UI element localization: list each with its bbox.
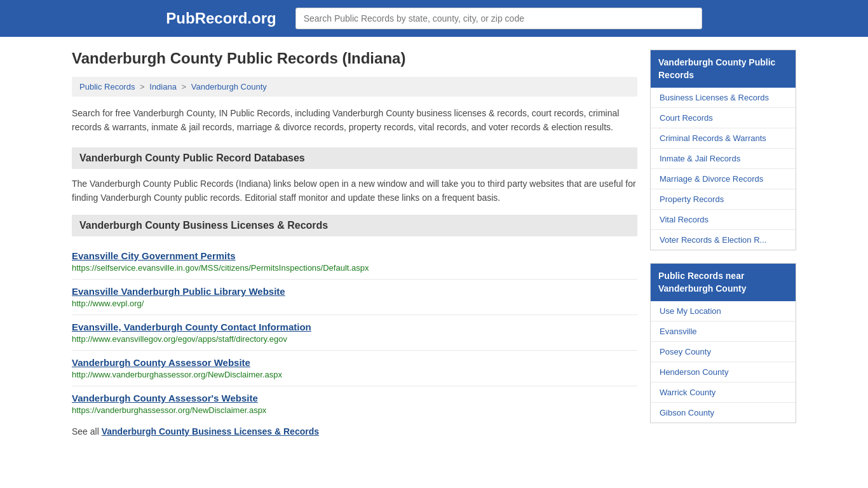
nearby-item-warrick[interactable]: Warrick County bbox=[651, 383, 796, 403]
nearby-box: Public Records near Vanderburgh County U… bbox=[650, 263, 796, 423]
county-records-title: Vanderburgh County Public Records bbox=[651, 50, 796, 88]
databases-section-header: Vanderburgh County Public Record Databas… bbox=[72, 147, 637, 169]
databases-desc: The Vanderburgh County Public Records (I… bbox=[72, 177, 637, 205]
business-section-header: Vanderburgh County Business Licenses & R… bbox=[72, 215, 637, 236]
record-entry-3: Evansville, Vanderburgh County Contact I… bbox=[72, 315, 637, 351]
record-title-4[interactable]: Vanderburgh County Assessor Website bbox=[72, 357, 637, 368]
search-input[interactable] bbox=[295, 8, 702, 29]
breadcrumb: Public Records > Indiana > Vanderburgh C… bbox=[72, 77, 637, 97]
sidebar-item-voter[interactable]: Voter Records & Election R... bbox=[651, 230, 796, 250]
main-content: Vanderburgh County Public Records (India… bbox=[72, 50, 637, 437]
county-records-box: Vanderburgh County Public Records Busine… bbox=[650, 50, 796, 250]
sidebar-item-court[interactable]: Court Records bbox=[651, 108, 796, 128]
page-title: Vanderburgh County Public Records (India… bbox=[72, 50, 637, 67]
breadcrumb-indiana[interactable]: Indiana bbox=[149, 82, 177, 92]
nearby-item-evansville[interactable]: Evansville bbox=[651, 322, 796, 342]
use-location-link[interactable]: Use My Location bbox=[651, 301, 796, 322]
see-all-link[interactable]: Vanderburgh County Business Licenses & R… bbox=[102, 426, 319, 437]
breadcrumb-county[interactable]: Vanderburgh County bbox=[191, 82, 267, 92]
record-url-4: http://www.vanderburghassessor.org/NewDi… bbox=[72, 370, 282, 379]
record-entry-5: Vanderburgh County Assessor's Website ht… bbox=[72, 386, 637, 421]
site-logo[interactable]: PubRecord.org bbox=[166, 10, 276, 27]
sidebar-item-marriage[interactable]: Marriage & Divorce Records bbox=[651, 169, 796, 189]
sidebar: Vanderburgh County Public Records Busine… bbox=[650, 50, 796, 437]
sidebar-item-business[interactable]: Business Licenses & Records bbox=[651, 88, 796, 108]
county-records-list: Business Licenses & Records Court Record… bbox=[651, 88, 796, 250]
sidebar-item-criminal[interactable]: Criminal Records & Warrants bbox=[651, 128, 796, 149]
breadcrumb-separator-1: > bbox=[140, 82, 145, 92]
sidebar-item-property[interactable]: Property Records bbox=[651, 189, 796, 210]
record-url-5: https://vanderburghassessor.org/NewDiscl… bbox=[72, 405, 266, 415]
content-wrapper: Vanderburgh County Public Records (India… bbox=[59, 37, 809, 449]
record-title-1[interactable]: Evansville City Government Permits bbox=[72, 250, 637, 261]
record-url-3: http://www.evansvillegov.org/egov/apps/s… bbox=[72, 334, 287, 344]
record-title-2[interactable]: Evansville Vanderburgh Public Library We… bbox=[72, 286, 637, 297]
see-all-text: See all Vanderburgh County Business Lice… bbox=[72, 426, 637, 437]
sidebar-item-inmate[interactable]: Inmate & Jail Records bbox=[651, 149, 796, 169]
record-entry-1: Evansville City Government Permits https… bbox=[72, 244, 637, 280]
record-entry-2: Evansville Vanderburgh Public Library We… bbox=[72, 280, 637, 315]
breadcrumb-separator-2: > bbox=[182, 82, 187, 92]
record-title-5[interactable]: Vanderburgh County Assessor's Website bbox=[72, 393, 637, 403]
record-entry-4: Vanderburgh County Assessor Website http… bbox=[72, 351, 637, 386]
intro-text: Search for free Vanderburgh County, IN P… bbox=[72, 106, 637, 135]
record-url-2: http://www.evpl.org/ bbox=[72, 299, 144, 308]
site-header: PubRecord.org bbox=[0, 0, 868, 37]
nearby-title: Public Records near Vanderburgh County bbox=[651, 264, 796, 301]
nearby-item-gibson[interactable]: Gibson County bbox=[651, 403, 796, 423]
sidebar-item-vital[interactable]: Vital Records bbox=[651, 210, 796, 230]
record-title-3[interactable]: Evansville, Vanderburgh County Contact I… bbox=[72, 322, 637, 332]
nearby-item-posey[interactable]: Posey County bbox=[651, 342, 796, 362]
record-url-1: https://selfservice.evansville.in.gov/MS… bbox=[72, 263, 369, 273]
nearby-list: Evansville Posey County Henderson County… bbox=[651, 322, 796, 423]
nearby-item-henderson[interactable]: Henderson County bbox=[651, 362, 796, 383]
breadcrumb-public-records[interactable]: Public Records bbox=[79, 82, 135, 92]
